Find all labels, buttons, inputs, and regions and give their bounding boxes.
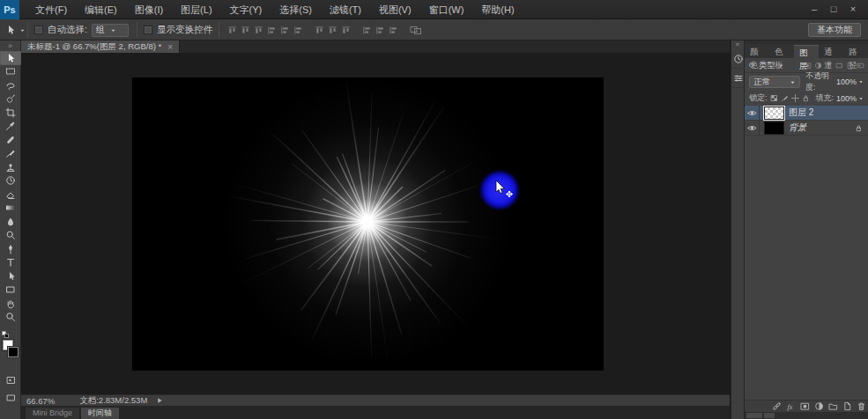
menu-item[interactable]: 编辑(E) [76,0,126,19]
eye-icon[interactable] [745,106,760,121]
type-filter-icon[interactable] [825,62,833,70]
opacity-field[interactable]: 100% [836,77,864,86]
auto-select-checkbox[interactable] [34,26,43,34]
align-horizontal-centers-icon[interactable] [280,26,290,35]
new-group-icon[interactable] [828,401,838,411]
layer-name[interactable]: 图层 2 [789,107,813,119]
menu-item[interactable]: 图像(I) [126,0,172,19]
auto-select-dropdown[interactable]: 组 [92,24,129,37]
shape-filter-icon[interactable] [835,62,843,70]
fill-field[interactable]: 100% [836,94,864,103]
auto-align-layers-icon[interactable] [410,26,422,35]
workspace-switcher-button[interactable]: 基本功能 [808,23,861,37]
blur-tool[interactable] [0,215,21,229]
delete-layer-icon[interactable] [857,401,866,411]
distribute-vertical-centers-icon[interactable] [328,26,338,35]
layer-name[interactable]: 背景 [789,121,806,134]
align-vertical-centers-icon[interactable] [241,26,250,35]
rectangular-marquee-tool[interactable] [0,65,21,79]
layer-row[interactable]: 图层 2 [745,106,868,121]
layer-thumbnail[interactable] [764,121,784,135]
pixel-filter-icon[interactable] [804,62,812,70]
menu-item[interactable]: 帮助(H) [472,0,523,19]
lock-all-icon[interactable] [802,94,810,102]
new-layer-icon[interactable] [842,401,852,411]
lock-position-icon[interactable] [791,94,799,102]
hand-tool[interactable] [0,297,21,311]
eraser-tool[interactable] [0,187,21,202]
eyedropper-tool[interactable] [0,120,21,134]
screen-mode-icon[interactable] [0,391,21,405]
bottom-tab-timeline[interactable]: 时间轴 [81,408,119,419]
lock-transparent-icon[interactable] [770,94,778,102]
type-tool[interactable] [0,256,21,270]
tool-preset-picker[interactable] [5,19,26,40]
document-canvas[interactable] [132,77,604,371]
adjustments-panel-icon[interactable] [731,69,746,88]
path-selection-tool[interactable] [0,269,21,283]
smartobject-filter-icon[interactable] [846,62,854,70]
expand-dock-icon[interactable]: « [731,40,744,49]
document-tab[interactable]: 未标题-1 @ 66.7%(图层 2, RGB/8) * × [21,40,180,53]
panel-tab-图层[interactable]: 图层 [794,45,819,58]
panel-tab-路径[interactable]: 路径 [843,45,868,58]
gradient-tool[interactable] [0,202,21,216]
panel-tab-颜色[interactable]: 颜色 [745,45,769,58]
filter-switch-icon[interactable] [857,62,864,70]
bottom-tab-mini-bridge[interactable]: Mini Bridge [26,408,79,419]
layer-style-icon[interactable]: fx [786,401,796,411]
shape-tool[interactable] [0,283,21,298]
lock-pixels-icon[interactable] [781,94,789,102]
crop-tool[interactable] [0,106,21,120]
move-tool[interactable] [0,51,21,65]
menu-item[interactable]: 文件(F) [26,0,76,19]
status-popup-arrow-icon[interactable] [156,397,163,404]
layer-thumbnail[interactable] [764,107,784,120]
dodge-tool[interactable] [0,229,21,243]
close-tab-icon[interactable]: × [167,42,173,52]
quick-mask-icon[interactable] [0,373,21,387]
minimize-button[interactable]: – [805,0,824,18]
menu-item[interactable]: 视图(V) [370,0,420,19]
history-panel-icon[interactable] [731,49,746,69]
panel-tab-色板[interactable]: 色板 [769,45,794,58]
lasso-tool[interactable] [0,78,21,92]
distribute-right-edges-icon[interactable] [389,26,398,35]
layer-mask-icon[interactable] [800,401,810,411]
brush-tool[interactable] [0,147,21,161]
distribute-top-edges-icon[interactable] [315,26,324,35]
default-colors-icon[interactable] [2,331,10,339]
quick-selection-tool[interactable] [0,92,21,107]
align-right-edges-icon[interactable] [293,26,303,35]
layer-row[interactable]: 背景 [745,121,868,136]
adjustment-layer-icon[interactable] [814,401,824,411]
align-bottom-edges-icon[interactable] [254,26,263,35]
pen-tool[interactable] [0,242,21,256]
align-left-edges-icon[interactable] [267,26,277,35]
restore-button[interactable]: □ [824,0,843,18]
zoom-tool[interactable] [0,311,21,325]
filter-type-label[interactable]: 类型 [759,60,775,71]
menu-item[interactable]: 图层(L) [172,0,220,19]
adjustment-filter-icon[interactable] [814,62,822,70]
link-layers-icon[interactable] [772,401,782,411]
history-brush-tool[interactable] [0,174,21,188]
distribute-left-edges-icon[interactable] [362,26,372,35]
blend-mode-dropdown[interactable]: 正常 [749,76,800,88]
close-button[interactable]: × [843,0,863,18]
menu-item[interactable]: 选择(S) [271,0,321,19]
background-color-swatch[interactable] [8,347,19,357]
clone-stamp-tool[interactable] [0,160,21,174]
align-top-edges-icon[interactable] [227,26,237,35]
zoom-level-field[interactable]: 66.67% [26,396,55,406]
eye-icon[interactable] [745,121,760,136]
panel-tab-通道[interactable]: 通道 [819,45,843,58]
menu-item[interactable]: 文字(Y) [221,0,271,19]
menu-item[interactable]: 窗口(W) [420,0,473,19]
expand-toolbox-icon[interactable]: » [0,40,20,51]
show-transform-checkbox[interactable] [144,26,152,34]
distribute-horizontal-centers-icon[interactable] [375,26,385,35]
menu-item[interactable]: 滤镜(T) [321,0,370,19]
distribute-bottom-edges-icon[interactable] [341,26,351,35]
spot-healing-brush-tool[interactable] [0,133,21,147]
